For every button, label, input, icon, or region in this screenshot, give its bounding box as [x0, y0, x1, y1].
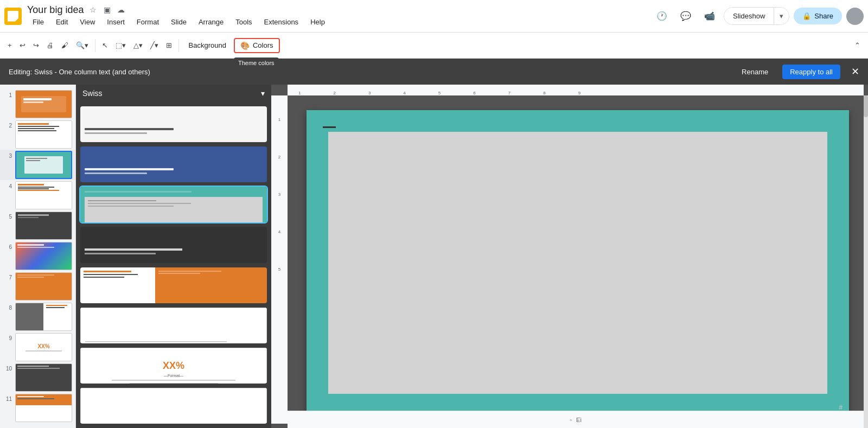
- theme-slides-list: Casual/Informal XX% —Format—: [76, 102, 271, 428]
- toolbar: + ↩ ↪ 🖨 🖌 🔍▾ ↖ ⬚▾ △▾ ╱▾ ⊞ Background 🎨 C…: [0, 33, 868, 59]
- theme-slide-5[interactable]: [80, 267, 267, 303]
- slide-item-1[interactable]: 1: [0, 89, 75, 119]
- close-theme-editor-btn[interactable]: ✕: [851, 66, 859, 78]
- main-layout: 1 2: [0, 85, 868, 428]
- menu-arrange[interactable]: Arrange: [193, 16, 229, 28]
- slide-item-7[interactable]: 7: [0, 271, 75, 302]
- cloud-icon[interactable]: ☁: [116, 5, 126, 15]
- theme-slide-7[interactable]: XX% —Format—: [80, 348, 267, 384]
- undo-btn[interactable]: ↩: [16, 37, 29, 54]
- menu-slide[interactable]: Slide: [165, 16, 192, 28]
- theme-panel-header: Swiss ▾: [76, 85, 271, 102]
- slide-item-11[interactable]: 11: [0, 393, 75, 423]
- slideshow-btn-group: Slideshow ▾: [724, 7, 789, 25]
- comments-icon-btn[interactable]: 💬: [676, 7, 695, 26]
- print-btn[interactable]: 🖨: [43, 37, 57, 54]
- ruler-mark-v: 1: [278, 117, 280, 122]
- slide-thumb-9[interactable]: XX%: [15, 333, 72, 361]
- theme-slide-6[interactable]: Casual/Informal: [80, 308, 267, 343]
- slide-item-8[interactable]: 8: [0, 302, 75, 332]
- ruler-mark: 6: [473, 91, 475, 95]
- canvas-area: 1 2 3 4 5 6 7 8 9 1 2 3 4 5: [271, 85, 868, 428]
- zoom-select-btn[interactable]: 🔍▾: [73, 37, 92, 54]
- user-avatar[interactable]: [846, 8, 864, 25]
- hash-mark: #: [839, 404, 843, 411]
- colors-button[interactable]: 🎨 Colors: [234, 38, 280, 53]
- colors-label: Colors: [253, 41, 273, 49]
- menu-edit[interactable]: Edit: [50, 16, 73, 28]
- history-icon-btn[interactable]: 🕐: [652, 7, 672, 26]
- slide-item-6[interactable]: 6: [0, 241, 75, 271]
- line-btn[interactable]: ╱▾: [147, 37, 162, 54]
- menu-tools[interactable]: Tools: [230, 16, 257, 28]
- folder-icon[interactable]: ▣: [102, 5, 112, 15]
- share-button[interactable]: 🔒 Share: [794, 8, 842, 24]
- scrollbar-thumb[interactable]: [864, 95, 868, 117]
- background-button[interactable]: Background: [182, 37, 233, 54]
- top-bar: Your big idea ☆ ▣ ☁ File Edit View Inser…: [0, 0, 868, 33]
- menu-bar: File Edit View Insert Format Slide Arran…: [27, 16, 330, 28]
- ruler-mark: 3: [368, 91, 371, 95]
- slide-item-2[interactable]: 2: [0, 119, 75, 150]
- slide-thumb-4[interactable]: [15, 181, 72, 209]
- theme-slide-1[interactable]: [80, 106, 267, 142]
- theme-dropdown-btn[interactable]: ▾: [261, 89, 265, 98]
- share-label: Share: [814, 12, 833, 20]
- slide-item-10[interactable]: 10: [0, 362, 75, 393]
- textbox-btn[interactable]: ⊞: [163, 37, 175, 54]
- cursor-btn[interactable]: ↖: [99, 37, 111, 54]
- slide-num-4: 4: [3, 181, 12, 189]
- reapply-button[interactable]: Reapply to all: [782, 65, 840, 79]
- menu-format[interactable]: Format: [131, 16, 164, 28]
- slide-item-4[interactable]: 4: [0, 180, 75, 210]
- slide-num-3: 3: [3, 151, 12, 159]
- slide-thumb-11[interactable]: [15, 394, 72, 422]
- slide-thumb-7[interactable]: [15, 272, 72, 301]
- menu-insert[interactable]: Insert: [101, 16, 130, 28]
- scrollbar-right[interactable]: [864, 95, 868, 428]
- theme-slide-4[interactable]: [80, 227, 267, 263]
- slide-thumb-1[interactable]: [15, 90, 72, 118]
- app-logo: [4, 8, 22, 25]
- menu-file[interactable]: File: [27, 16, 49, 28]
- ruler-mark-v: 3: [278, 192, 280, 197]
- theme-colors-tooltip: Theme colors: [234, 58, 279, 68]
- paint-format-btn[interactable]: 🖌: [58, 37, 72, 54]
- nav-label: Ei: [576, 417, 582, 423]
- menu-help[interactable]: Help: [305, 16, 330, 28]
- redo-btn[interactable]: ↪: [30, 37, 42, 54]
- slide-thumb-10[interactable]: [15, 363, 72, 392]
- menu-view[interactable]: View: [74, 16, 100, 28]
- star-icon[interactable]: ☆: [88, 5, 98, 15]
- slideshow-dropdown-btn[interactable]: ▾: [774, 8, 789, 24]
- toolbar-sep-1: [95, 39, 95, 52]
- add-btn[interactable]: +: [4, 37, 15, 54]
- theme-slide-3[interactable]: [80, 187, 267, 222]
- rename-button[interactable]: Rename: [734, 65, 776, 79]
- slide-num-5: 5: [3, 212, 12, 220]
- slide-item-5[interactable]: 5: [0, 210, 75, 241]
- slideshow-button[interactable]: Slideshow: [724, 8, 774, 24]
- slide-thumb-2[interactable]: [15, 120, 72, 149]
- menu-extensions[interactable]: Extensions: [259, 16, 304, 28]
- collapse-toolbar-btn[interactable]: ⌃: [851, 37, 864, 54]
- bottom-nav: ◦ Ei: [288, 411, 864, 428]
- slide-item-9[interactable]: 9 XX%: [0, 332, 75, 362]
- slide-thumb-8[interactable]: [15, 303, 72, 331]
- theme-editor-title: Editing: Swiss - One column text (and ot…: [9, 68, 727, 76]
- present-btn[interactable]: 📹: [700, 7, 719, 26]
- slide-content-area[interactable]: [328, 132, 827, 394]
- theme-slide-2[interactable]: [80, 146, 267, 182]
- slide-thumb-3[interactable]: [15, 151, 72, 179]
- doc-title[interactable]: Your big idea: [27, 4, 84, 16]
- slide-thumb-5[interactable]: [15, 212, 72, 240]
- ruler-mark: 4: [403, 91, 405, 95]
- slide-canvas[interactable]: #: [307, 110, 849, 416]
- slide-thumb-6[interactable]: [15, 242, 72, 270]
- theme-slide-8[interactable]: [80, 388, 267, 424]
- select-box-btn[interactable]: ⬚▾: [112, 37, 129, 54]
- ruler-mark: 8: [543, 91, 545, 95]
- nav-prev[interactable]: ◦: [570, 417, 572, 423]
- slide-item-3[interactable]: 3: [0, 150, 75, 180]
- shape-btn[interactable]: △▾: [130, 37, 146, 54]
